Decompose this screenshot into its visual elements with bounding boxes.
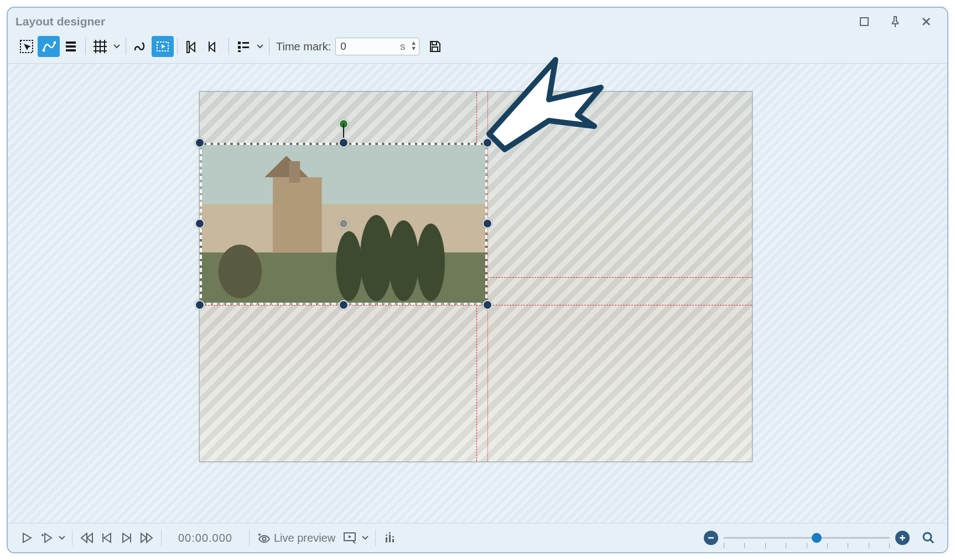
handle-s[interactable]: [339, 300, 349, 310]
layers-tool-button[interactable]: [60, 36, 82, 57]
svg-point-24: [336, 231, 362, 301]
svg-point-25: [219, 245, 262, 298]
svg-rect-13: [432, 42, 437, 45]
separator: [72, 530, 72, 546]
grid-dropdown[interactable]: [111, 36, 122, 57]
timemark-field[interactable]: s ▲ ▼: [335, 38, 419, 55]
svg-rect-11: [242, 46, 249, 48]
svg-point-2: [43, 49, 45, 52]
svg-point-35: [392, 536, 394, 538]
list-dropdown[interactable]: [255, 36, 266, 57]
handle-se[interactable]: [482, 300, 492, 310]
play-button[interactable]: [17, 527, 37, 549]
svg-rect-20: [289, 161, 300, 183]
path-tool-button[interactable]: [38, 36, 60, 57]
live-preview-eye-icon[interactable]: [254, 527, 274, 549]
canvas-background-image[interactable]: [199, 91, 752, 462]
handle-sw[interactable]: [195, 300, 205, 310]
timemark-label: Time mark:: [276, 40, 331, 53]
toolbar: Time mark: s ▲ ▼: [8, 33, 947, 63]
svg-point-36: [923, 533, 931, 541]
separator: [375, 530, 376, 546]
play-from-button[interactable]: [37, 527, 56, 549]
timemark-input[interactable]: [339, 40, 400, 53]
grid-tool-button[interactable]: [89, 36, 111, 57]
statusbar: 00:00.000 Live preview: [8, 523, 947, 552]
svg-rect-12: [238, 50, 241, 52]
svg-rect-4: [66, 42, 76, 44]
separator: [269, 38, 269, 55]
fast-forward-button[interactable]: [137, 527, 157, 549]
zoom-in-button[interactable]: [895, 531, 910, 545]
zoom-out-button[interactable]: [704, 531, 718, 545]
svg-rect-31: [389, 535, 391, 542]
window-title: Layout designer: [15, 15, 105, 28]
rewind-button[interactable]: [77, 527, 97, 549]
separator: [229, 38, 229, 55]
svg-rect-18: [273, 177, 322, 252]
timemark-unit: s: [400, 41, 405, 53]
canvas[interactable]: [8, 63, 947, 523]
svg-point-28: [262, 537, 266, 541]
spinner-down[interactable]: ▼: [411, 46, 417, 52]
handle-w[interactable]: [195, 219, 205, 229]
separator: [85, 38, 86, 55]
handle-ne[interactable]: [482, 138, 492, 148]
svg-point-34: [389, 532, 391, 534]
svg-rect-6: [66, 49, 76, 51]
maximize-button[interactable]: [851, 13, 878, 30]
handle-e[interactable]: [482, 219, 492, 229]
play-dropdown[interactable]: [56, 527, 68, 548]
handle-nw[interactable]: [195, 138, 205, 148]
live-preview-label: Live preview: [274, 532, 335, 545]
levels-button[interactable]: [380, 527, 400, 549]
handle-center[interactable]: [339, 219, 349, 229]
prev-frame-button[interactable]: [97, 527, 117, 549]
layout-designer-window: Layout designer: [7, 7, 948, 553]
svg-rect-9: [242, 42, 249, 44]
svg-rect-5: [66, 45, 76, 48]
svg-point-26: [41, 534, 44, 536]
pin-button[interactable]: [882, 13, 909, 30]
separator: [249, 530, 250, 546]
titlebar: Layout designer: [8, 8, 947, 33]
svg-rect-8: [238, 42, 241, 44]
keyframe-prev-button[interactable]: [181, 36, 203, 57]
guide-horizontal: [200, 305, 752, 305]
zoom-control: [704, 527, 938, 549]
svg-rect-0: [860, 18, 868, 25]
list-tool-button[interactable]: [232, 36, 255, 57]
timecode: 00:00.000: [178, 532, 232, 545]
svg-rect-10: [238, 46, 241, 49]
handle-n[interactable]: [339, 138, 349, 148]
video-crop-button[interactable]: [152, 36, 174, 57]
svg-point-22: [388, 220, 419, 301]
svg-rect-15: [202, 145, 485, 204]
keyframe-next-button[interactable]: [203, 36, 225, 57]
selection-tool-button[interactable]: [15, 36, 38, 57]
save-button[interactable]: [424, 36, 446, 57]
zoom-fit-button[interactable]: [918, 527, 938, 549]
svg-point-21: [360, 215, 393, 301]
separator: [177, 38, 178, 55]
svg-point-27: [258, 533, 261, 536]
svg-rect-14: [432, 47, 438, 51]
svg-rect-30: [386, 537, 387, 542]
next-frame-button[interactable]: [117, 527, 137, 549]
zoom-slider[interactable]: [724, 531, 890, 545]
svg-point-33: [386, 535, 387, 536]
separator: [126, 38, 126, 55]
close-button[interactable]: [913, 13, 940, 30]
freehand-tool-button[interactable]: [129, 36, 152, 57]
zoom-thumb[interactable]: [812, 533, 822, 543]
preview-window-button[interactable]: [340, 527, 360, 549]
separator: [161, 530, 162, 546]
preview-dropdown[interactable]: [360, 527, 371, 548]
svg-rect-32: [392, 539, 394, 542]
svg-point-23: [417, 224, 445, 301]
